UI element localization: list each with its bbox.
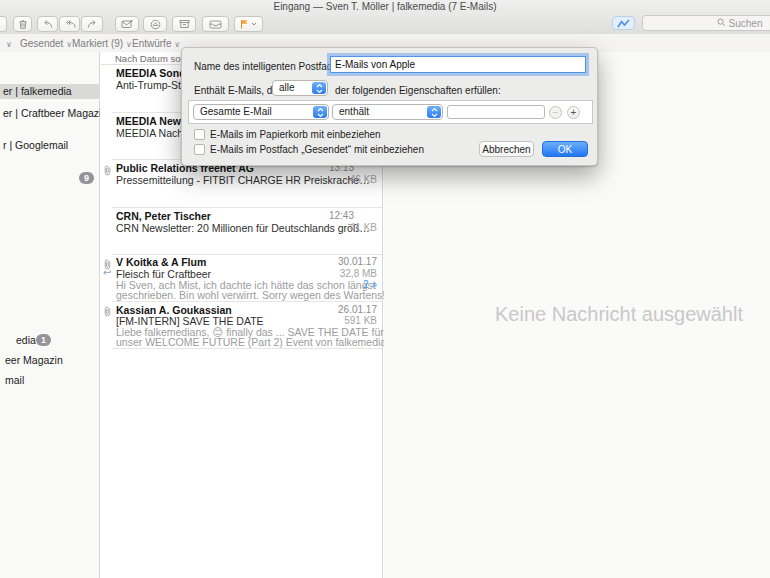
reply-all-icon [64,19,76,29]
reply-button[interactable] [37,16,58,32]
unread-count-badge: 9 [79,172,94,184]
sidebar-item-craftbeer-sent[interactable]: eer Magazin [0,353,100,368]
delete-button[interactable] [13,16,32,32]
reply-icon [42,19,53,29]
archive-button[interactable] [172,16,196,32]
include-trash-label: E-Mails im Papierkorb mit einbeziehen [210,129,381,140]
select-stepper-icon [313,106,327,118]
smart-mailbox-dialog: Name des intelligenten Postfachs: Enthäl… [181,47,598,166]
favorites-item-markiert[interactable]: Markiert (9) ∨ [72,38,132,49]
activity-graph-button[interactable] [612,16,635,30]
forward-icon [87,19,98,29]
mailbox-sidebar: er | falkemedia er | Craftbeer Magazin r… [0,52,100,578]
sidebar-item-craftbeer[interactable]: er | Craftbeer Magazin [0,106,100,121]
compose-envelope-icon [121,19,133,29]
no-message-selected-text: Keine Nachricht ausgewählt [479,303,759,326]
criteria-label: der folgenden Eigenschaften erfüllen: [335,85,501,96]
smart-mailbox-name-label: Name des intelligenten Postfachs: [194,61,345,72]
row-divider [112,207,382,208]
favorites-item-clipped[interactable]: ∨ [6,38,12,49]
redirect-button[interactable] [143,16,167,32]
favorites-item-entwuerfe[interactable]: Entwürfe ∨ [132,38,180,49]
forward-button[interactable] [81,16,103,32]
row-divider [112,301,382,302]
favorites-item-gesendet[interactable]: Gesendet ∨ [20,38,72,49]
sidebar-item-googlemail-sent[interactable]: mail [0,373,100,388]
sidebar-item-falkemedia[interactable]: er | falkemedia [0,84,100,99]
row-divider [112,348,382,349]
chevron-down-icon [251,22,257,27]
rule-operator-select[interactable]: enthält [332,104,443,120]
include-sent-checkbox[interactable] [194,144,205,155]
reply-all-button[interactable] [59,16,80,32]
flag-icon [240,19,249,29]
toolbar-button-partial[interactable] [0,16,7,32]
window-title: Eingang — Sven T. Möller | falkemedia (7… [0,1,770,12]
chevron-down-icon: ∨ [174,40,180,49]
contains-label: Enthält E-Mails, die [194,85,280,96]
match-select[interactable]: alle [272,80,328,96]
flag-button[interactable] [234,16,263,32]
smart-mailbox-name-input[interactable] [330,56,586,73]
select-stepper-icon [427,106,441,118]
sidebar-item-googlemail[interactable]: r | Googlemail [0,138,100,153]
select-stepper-icon [312,82,326,94]
search-magnifier-icon [717,18,726,29]
activity-graph-icon [617,19,630,28]
include-trash-checkbox[interactable] [194,129,205,140]
attachment-paperclip-icon [103,162,112,180]
attachment-paperclip-icon [103,303,112,321]
remove-rule-button[interactable]: − [549,106,562,119]
mailbox-button[interactable] [202,16,229,32]
trash-icon [18,19,28,30]
ok-button[interactable]: OK [542,141,588,157]
row-divider [112,254,382,255]
search-placeholder: Suchen [729,18,763,29]
window-chrome: Eingang — Sven T. Möller | falkemedia (7… [0,0,770,35]
include-sent-label: E-Mails im Postfach „Gesendet“ mit einbe… [210,144,424,155]
replied-arrow-icon: ↩ [103,267,111,278]
rule-field-select[interactable]: Gesamte E-Mail [193,104,329,120]
compose-button[interactable] [115,16,139,32]
chevron-down-icon: ∨ [126,40,132,49]
mail-app-window: Eingang — Sven T. Möller | falkemedia (7… [0,0,770,578]
redirect-icon [150,19,161,30]
add-rule-button[interactable]: + [567,106,580,119]
archive-box-icon [179,19,190,29]
count-badge: 1 [36,334,51,346]
search-input[interactable]: Suchen [642,15,770,31]
cancel-button[interactable]: Abbrechen [479,141,534,157]
mailbox-tray-icon [209,19,222,29]
rule-value-input[interactable] [447,105,545,119]
chevron-down-icon: ∨ [6,40,12,49]
